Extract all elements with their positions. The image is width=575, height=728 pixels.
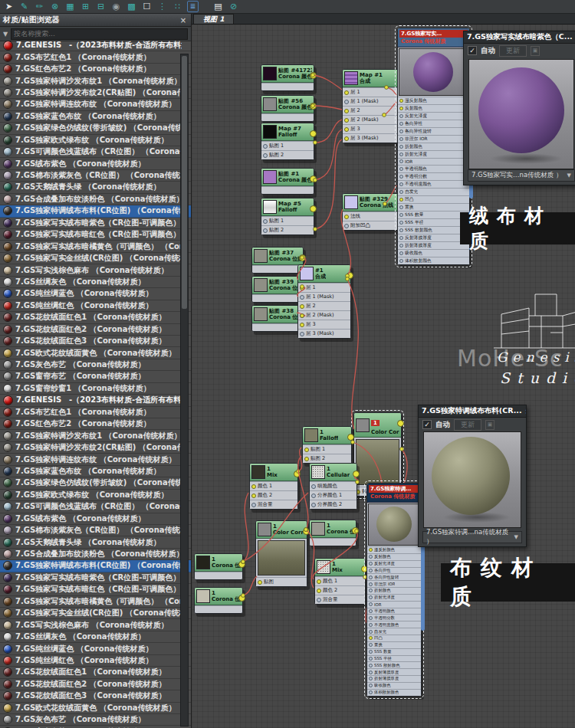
preview-panel-fabric[interactable]: 7.GS独家特调绒布布料(CR... × ✓ 自动 更新 ▣ 7.GS独家特调…… xyxy=(418,405,527,547)
material-list-item[interactable]: 7.GS独家写实绒布暗紫色（CR位图-可调颜色） （Corona… xyxy=(0,572,191,584)
input-socket[interactable] xyxy=(369,589,373,592)
input-socket[interactable] xyxy=(369,623,373,627)
input-socket[interactable] xyxy=(300,323,304,327)
input-socket[interactable] xyxy=(399,198,403,202)
material-list-item[interactable]: 7.GS花纹绒面红色1 （Corona传统材质） xyxy=(0,667,191,678)
input-socket[interactable] xyxy=(399,190,403,194)
material-list-item[interactable]: 7.GS独家特调绒布布料(CR位图) （Corona传统材质） xyxy=(0,560,191,572)
input-socket[interactable] xyxy=(369,576,373,579)
output-socket[interactable] xyxy=(299,254,306,261)
input-socket[interactable] xyxy=(369,595,373,599)
material-list-item[interactable]: 7.GS独家写实绒布暗橘黄色（可调颜色） （Coro… xyxy=(0,241,191,252)
update-button[interactable]: 更新 xyxy=(454,419,481,431)
arrange-icon[interactable]: ⊟ xyxy=(95,1,107,12)
input-socket[interactable] xyxy=(399,152,403,156)
material-group-header[interactable]: 7.GENESIS -（2023布料材质-合适所有布料如沙发和窗帘… xyxy=(0,395,191,406)
search-input[interactable] xyxy=(11,28,188,40)
input-socket[interactable] xyxy=(369,643,373,647)
material-list-item[interactable]: 7.GS纯丝绸红色 （Corona传统材质） xyxy=(0,655,191,667)
render-size-icon[interactable]: ▣ xyxy=(485,420,495,430)
material-list-item[interactable]: 7.GS花纹绒面红色1 （Corona传统材质） xyxy=(0,312,191,323)
material-list-item[interactable]: 7.GS独家特调绒布布料(CR位图) （Corona传统材… xyxy=(0,205,191,217)
material-list-item[interactable]: 7.GS天鹅绒青头绿 （Corona传统材质） xyxy=(0,536,191,548)
input-socket[interactable] xyxy=(344,127,349,132)
options-icon[interactable]: ☐ xyxy=(141,1,153,12)
output-socket[interactable] xyxy=(310,130,317,137)
input-socket[interactable] xyxy=(369,609,373,613)
input-socket[interactable] xyxy=(263,219,268,224)
node-map5-falloff[interactable]: Map #5Falloff贴图 1贴图 2 xyxy=(261,198,314,235)
output-socket[interactable] xyxy=(352,527,359,534)
material-list-item[interactable]: 7.GS布艺红色1 （Corona传统材质） xyxy=(0,407,191,418)
background-toggle-icon[interactable]: ▩ xyxy=(126,1,137,12)
node-mat-fabric-olive[interactable]: 7.GS独家特调…Corona 传统材质漫反射颜色反射颜色反射光泽度各向异性各向… xyxy=(366,483,422,697)
input-socket[interactable] xyxy=(369,684,373,687)
input-socket[interactable] xyxy=(263,144,268,149)
close-icon[interactable]: × xyxy=(522,408,527,415)
input-socket[interactable] xyxy=(399,159,403,163)
input-socket[interactable] xyxy=(300,332,304,336)
input-socket[interactable] xyxy=(369,569,373,572)
output-socket[interactable] xyxy=(238,595,245,602)
edit-wire-icon[interactable]: ✎ xyxy=(18,1,30,12)
input-socket[interactable] xyxy=(344,118,349,123)
input-socket[interactable] xyxy=(399,122,403,126)
material-list-item[interactable]: 7.GS独家写实绒布暗紫色（CR位图-可调颜色） （… xyxy=(0,218,191,229)
input-socket[interactable] xyxy=(300,286,304,290)
material-name-dropdown[interactable]: 7.GS独家特调…na传统材质 ） ▼ xyxy=(422,531,522,543)
material-list-item[interactable]: 7.GS丝绸灰色 （Corona传统材质） xyxy=(0,631,191,643)
input-socket[interactable] xyxy=(399,107,403,110)
layout-all-icon[interactable]: ▦ xyxy=(64,1,76,12)
material-list-item[interactable]: 7.GS独家欧式绿布纹 （Corona传统材质） xyxy=(0,135,191,146)
dots-menu-icon[interactable]: ⋮ xyxy=(156,1,168,12)
input-socket[interactable] xyxy=(251,494,256,498)
input-socket[interactable] xyxy=(251,484,256,489)
panel-layout-icon[interactable]: ≣ xyxy=(187,1,199,12)
material-list-item[interactable]: 7.GS独家特调沙发布纹1 （Corona传统材质） xyxy=(0,75,191,87)
input-socket[interactable] xyxy=(399,145,403,149)
material-list-item[interactable]: 7.GS布艺红色1 （Corona传统材质） xyxy=(0,51,191,63)
input-socket[interactable] xyxy=(369,582,373,586)
material-list-item[interactable]: 7.GS独家绿色仿绒纹(带折皱纹) （Corona传统材… xyxy=(0,123,191,134)
preview-panel-velvet[interactable]: 7.GS独家写实绒布暗紫色（C... ✓ 自动 更新 ▣ 7.GS独家写实…na… xyxy=(463,31,575,185)
material-list-item[interactable]: 7.GS绒布紫色 （Corona传统材质） xyxy=(0,513,191,525)
material-list-item[interactable]: 7.GS可调颜色浅蓝绒布（CR位图） （Corona传统材质） xyxy=(0,501,191,513)
input-socket[interactable] xyxy=(311,484,316,489)
node-bitmap-39[interactable]: 贴图 #39Corona 位图 xyxy=(251,276,304,303)
material-list-item[interactable]: 7.GS纯丝绸蓝色 （Corona传统材质） xyxy=(0,288,191,300)
input-socket[interactable] xyxy=(399,221,403,225)
input-socket[interactable] xyxy=(399,259,403,263)
material-list-item[interactable]: 7.GS合成叠加布纹淡粉色 （Corona传统材质） xyxy=(0,549,191,560)
input-socket[interactable] xyxy=(300,313,304,318)
auto-checkbox[interactable]: ✓ xyxy=(468,46,477,55)
input-socket[interactable] xyxy=(399,251,403,255)
node-mix-1[interactable]: 1Mix颜色 1颜色 2混合量 xyxy=(249,463,298,510)
input-socket[interactable] xyxy=(399,130,403,133)
output-socket[interactable] xyxy=(310,205,317,212)
view-list-icon[interactable]: ▤ xyxy=(212,1,224,12)
input-socket[interactable] xyxy=(369,548,373,552)
chevron-down-icon[interactable]: ▼ xyxy=(3,31,8,38)
input-socket[interactable] xyxy=(399,244,403,248)
grid-dots-icon[interactable]: ∷ xyxy=(172,1,183,12)
material-list-item[interactable]: 7.GS独家写实金丝绒(CR位图) （Corona传统材质） xyxy=(0,608,191,619)
node-cellular-1[interactable]: 1Cellular细胞颜色分界颜色 1分界颜色 2 xyxy=(309,463,357,510)
material-name-dropdown[interactable]: 7.GS独家写实…na传统材质 ） ▼ xyxy=(468,169,575,182)
material-list-item[interactable]: 7.GS灰色布艺 （Corona传统材质） xyxy=(0,714,191,726)
zoom-region-icon[interactable]: ⊘ xyxy=(228,1,239,12)
snap-icon[interactable]: ◉ xyxy=(110,1,122,12)
node-corona-bitmap-c[interactable]: 1Corona 位图 xyxy=(194,587,243,614)
output-socket[interactable] xyxy=(310,103,317,110)
material-list-item[interactable]: 7.GS欧式花纹绒面黄色 （Corona传统材质） xyxy=(0,703,191,714)
node-mat-velvet-purple[interactable]: 7.GS独家写实…Corona 传统材质漫反射颜色反射颜色反射光泽度各向异性各向… xyxy=(397,28,470,265)
material-list-item[interactable]: 7.GS欧式花纹绒面黄色 （Corona传统材质） xyxy=(0,347,191,359)
material-list-item[interactable]: 7.GS独家特调沙发布纹2(CR贴图) （Corona传统材质） xyxy=(0,442,191,454)
material-list-item[interactable]: 7.GS窗帘布艺 （Corona传统材质） xyxy=(0,371,191,382)
input-socket[interactable] xyxy=(369,677,373,680)
input-socket[interactable] xyxy=(263,153,268,158)
material-list-item[interactable]: 7.GS独家写实绒布暗橘黄色（可调颜色） （Corona传统材… xyxy=(0,596,191,608)
input-socket[interactable] xyxy=(399,167,403,171)
material-list-item[interactable]: 7.GS独家写实绒布暗红色（CR位图-可调颜色） （Corona… xyxy=(0,584,191,595)
node-bitmap-38[interactable]: 贴图 #38Corona 位图 xyxy=(251,305,304,332)
list-scrollbar[interactable] xyxy=(180,54,189,726)
